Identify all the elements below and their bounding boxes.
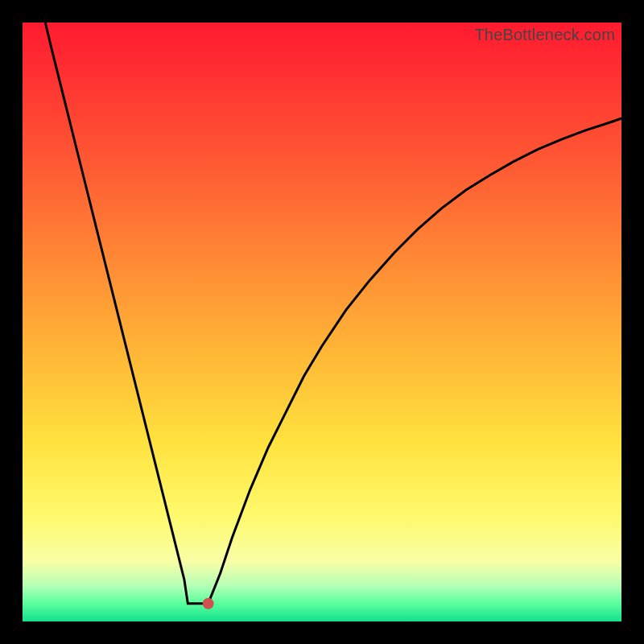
plot-area: TheBottleneck.com xyxy=(23,23,621,621)
optimal-point-marker xyxy=(203,598,214,609)
chart-frame: TheBottleneck.com xyxy=(0,0,644,644)
curve-line xyxy=(45,23,621,604)
bottleneck-curve xyxy=(23,23,621,621)
